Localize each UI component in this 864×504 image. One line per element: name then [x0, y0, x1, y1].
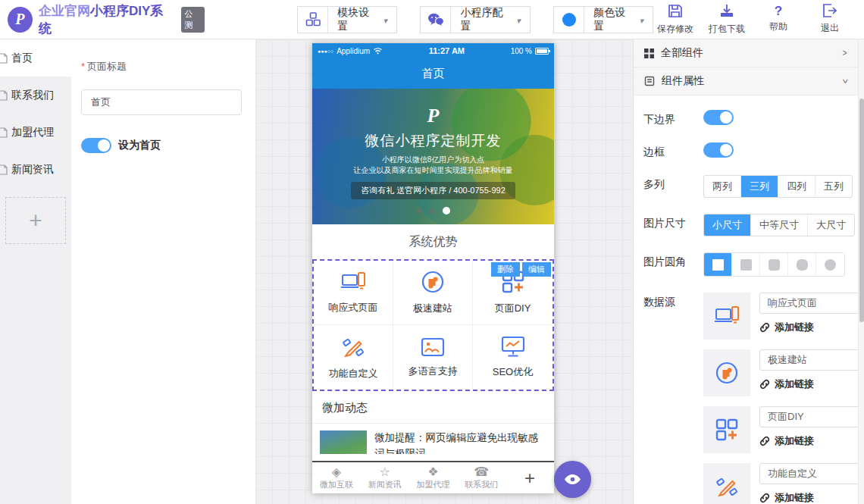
tab-weijia[interactable]: ◈ 微加互联: [312, 465, 361, 490]
advantages-grid: 响应式页面 极速建站 页面DIY 功能自定义: [314, 261, 553, 390]
tab-add-button[interactable]: [506, 468, 554, 489]
header-actions: 保存修改 打包下载 ? 帮助 退出: [653, 4, 852, 36]
top-header: P 企业官网小程序DIY系统 公测 模块设置 小程序配置 颜色设置: [0, 0, 864, 39]
data-source-item: 添加链接: [703, 463, 862, 504]
grid-squares-icon: [644, 49, 654, 58]
download-icon: [719, 4, 734, 20]
border-toggle[interactable]: [703, 142, 734, 158]
beta-badge: 公测: [181, 7, 205, 33]
carousel-dot[interactable]: [417, 208, 422, 214]
color-settings-menu[interactable]: 颜色设置: [553, 6, 653, 33]
radius-option-circle[interactable]: [816, 253, 844, 276]
inspector-body: 下边界 边框 多列 两列 三列 四列 五列 图片: [634, 95, 864, 504]
add-page-button[interactable]: [5, 197, 66, 244]
scrollbar-thumb[interactable]: [859, 99, 864, 322]
columns-option-4[interactable]: 四列: [778, 176, 815, 197]
data-source-input[interactable]: [759, 349, 862, 371]
component-props-bar[interactable]: 组件属性: [634, 67, 864, 95]
sidebar-item-agency[interactable]: 加盟代理: [0, 114, 71, 151]
carousel-dot[interactable]: [430, 208, 435, 214]
image-size-segmented-control: 小尺寸 中等尺寸 大尺寸: [703, 214, 855, 236]
link-icon: [759, 379, 770, 390]
chevron-down-icon: [639, 14, 643, 26]
sidebar-item-label: 联系我们: [11, 89, 54, 102]
chevron-down-icon: [842, 76, 847, 86]
document-icon: [644, 76, 655, 86]
exit-button[interactable]: 退出: [808, 4, 852, 36]
sidebar-item-label: 首页: [11, 52, 33, 65]
tab-agency[interactable]: ❖ 加盟代理: [409, 465, 458, 490]
news-item-title: 微加提醒：网页编辑应避免出现敏感词与极限词: [374, 430, 545, 454]
banner-subtitle: 小程序以微信8亿用户为切入点 让企业以及商家在短时间里实现提升品牌和销量: [312, 155, 554, 175]
radius-option-large[interactable]: [788, 253, 816, 276]
all-components-bar[interactable]: 全部组件: [634, 39, 864, 67]
edit-component-button[interactable]: 编辑: [522, 262, 551, 277]
image-size-small-selected[interactable]: 小尺寸: [704, 214, 751, 236]
page-icon: [0, 90, 8, 101]
hero-banner[interactable]: P 微信小程序定制开发 小程序以微信8亿用户为切入点 让企业以及商家在短时间里实…: [312, 89, 554, 224]
data-source-input[interactable]: [759, 293, 862, 314]
news-item[interactable]: 网站编辑 微加提醒：网页编辑应避免出现敏感词与极限词: [312, 424, 554, 454]
radius-option-small[interactable]: [732, 253, 760, 276]
grid-item-label: 功能自定义: [329, 367, 378, 380]
banner-title: 微信小程序定制开发: [312, 131, 554, 151]
grid-item-multilang: 多语言支持: [393, 325, 473, 390]
sidebar-item-contact[interactable]: 联系我们: [0, 77, 71, 114]
add-link-button[interactable]: 添加链接: [759, 321, 862, 334]
sidebar-item-news[interactable]: 新闻资讯: [0, 151, 71, 188]
page-title-input[interactable]: [81, 89, 242, 115]
columns-segmented-control: 两列 三列 四列 五列: [703, 175, 853, 198]
page-icon: [0, 53, 8, 64]
data-source-item: 添加链接: [703, 349, 862, 396]
set-home-label: 设为首页: [118, 139, 161, 152]
add-link-button[interactable]: 添加链接: [759, 491, 862, 504]
grid-item-custom: 功能自定义: [314, 325, 393, 390]
border-bottom-toggle[interactable]: [703, 110, 734, 125]
grid-item-fastbuild: 极速建站: [393, 261, 473, 325]
tab-news[interactable]: ☆ 新闻资讯: [361, 465, 409, 490]
preview-eye-button[interactable]: [554, 461, 591, 498]
diamond-logo-icon: ◈: [332, 465, 341, 479]
sidebar-item-home[interactable]: 首页: [0, 39, 71, 77]
help-button[interactable]: ? 帮助: [756, 4, 800, 36]
download-button[interactable]: 打包下载: [705, 4, 749, 36]
grid-item-label: 页面DIY: [495, 302, 531, 315]
tab-contact[interactable]: ☎ 联系我们: [457, 465, 506, 490]
image-size-medium[interactable]: 中等尺寸: [751, 214, 808, 236]
app-window: P 企业官网小程序DIY系统 公测 模块设置 小程序配置 颜色设置: [0, 0, 864, 504]
delete-component-button[interactable]: 删除: [491, 262, 520, 277]
data-source-input[interactable]: [759, 463, 862, 484]
star-icon: ☆: [380, 465, 390, 479]
pages-sidebar: 首页 联系我们 加盟代理 新闻资讯: [0, 39, 71, 504]
wechat-icon: [421, 7, 451, 33]
image-radius-options: [703, 252, 845, 277]
columns-option-3-selected[interactable]: 三列: [741, 176, 778, 197]
grid-item-label: 极速建站: [413, 302, 452, 315]
set-home-toggle[interactable]: [81, 138, 111, 153]
save-button[interactable]: 保存修改: [653, 4, 697, 36]
module-settings-menu[interactable]: 模块设置: [297, 6, 397, 33]
eye-icon: [564, 474, 581, 485]
columns-label: 多列: [643, 175, 703, 192]
add-link-button[interactable]: 添加链接: [759, 434, 862, 448]
miniprogram-config-menu[interactable]: 小程序配置: [420, 6, 531, 33]
image-size-large[interactable]: 大尺寸: [808, 214, 854, 236]
add-link-button[interactable]: 添加链接: [759, 377, 862, 391]
exit-icon: [822, 4, 837, 20]
selected-component[interactable]: 删除 编辑 响应式页面 极速建站: [312, 259, 554, 391]
data-source-item: 添加链接: [703, 293, 862, 340]
radius-option-none-selected[interactable]: [704, 253, 732, 276]
radius-option-medium[interactable]: [760, 253, 788, 276]
columns-option-2[interactable]: 两列: [704, 176, 741, 197]
inspector-scrollbar[interactable]: [858, 39, 864, 504]
grid-item-label: 响应式页面: [329, 301, 378, 315]
columns-option-5[interactable]: 五列: [815, 176, 852, 197]
carousel-dot-active[interactable]: [443, 207, 450, 214]
tab-label: 加盟代理: [416, 479, 449, 490]
brand: P 企业官网小程序DIY系统 公测: [8, 2, 205, 37]
header-menus: 模块设置 小程序配置 颜色设置: [297, 6, 653, 33]
tab-label: 微加互联: [320, 479, 353, 490]
data-source-input[interactable]: [759, 406, 862, 427]
save-icon: [668, 4, 683, 20]
all-components-label: 全部组件: [661, 46, 703, 60]
